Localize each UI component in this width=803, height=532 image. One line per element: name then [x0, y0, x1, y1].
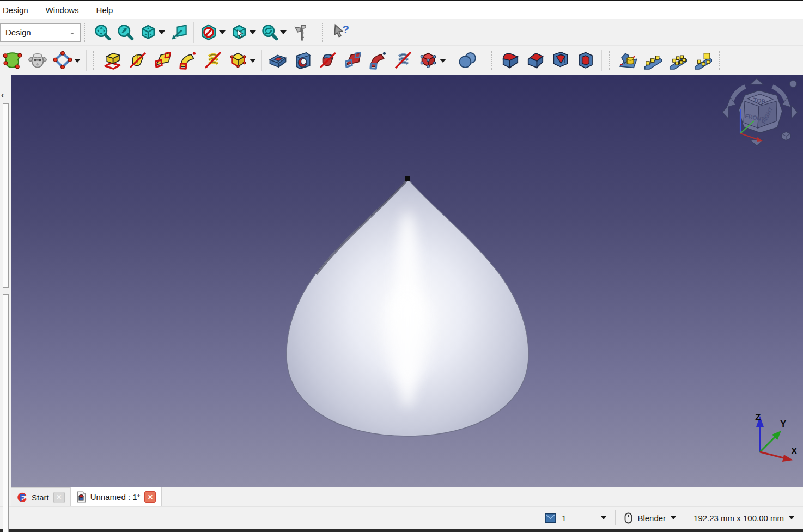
- menu-windows[interactable]: Windows: [37, 2, 88, 19]
- toolbar-separator: [315, 22, 315, 43]
- subtractive-pipe-button[interactable]: [366, 47, 391, 74]
- zoom-sync-dropdown-arrow[interactable]: [280, 30, 287, 34]
- menu-design[interactable]: Design: [0, 2, 37, 19]
- view-toolbar: Design ⌄: [0, 20, 803, 46]
- workbench-selector[interactable]: Design ⌄: [0, 23, 81, 42]
- collapse-panel-icon[interactable]: ‹: [1, 90, 4, 100]
- draft-icon: [550, 50, 571, 71]
- subtractive-pipe-icon: [368, 50, 388, 71]
- additive-pipe-button[interactable]: [175, 47, 200, 74]
- axis-z-label: Z: [755, 412, 761, 423]
- revolution-button[interactable]: [125, 47, 150, 74]
- navigation-style-dropdown-arrow[interactable]: [671, 516, 676, 519]
- multitransform-button[interactable]: [691, 47, 716, 74]
- create-body-button[interactable]: [25, 47, 50, 74]
- navigation-cube[interactable]: TOP FRONT RIGHT: [720, 77, 801, 147]
- layer-selector[interactable]: 1: [536, 510, 615, 525]
- whats-this-icon: ?: [331, 23, 350, 42]
- tree-view-sliver: [3, 103, 9, 288]
- layer-value: 1: [562, 513, 566, 523]
- subtractive-helix-button[interactable]: [391, 47, 416, 74]
- thickness-button[interactable]: [573, 47, 598, 74]
- subtractive-loft-icon: [343, 50, 363, 71]
- subtractive-primitive-button[interactable]: [416, 47, 441, 74]
- subtractive-primitive-dropdown-arrow[interactable]: [440, 59, 446, 63]
- chamfer-button[interactable]: [523, 47, 548, 74]
- zoom-selection-button[interactable]: [114, 21, 137, 45]
- linear-pattern-button[interactable]: [641, 47, 666, 74]
- additive-pipe-icon: [178, 50, 198, 71]
- toolbar-drag-handle[interactable]: [93, 51, 96, 70]
- pad-button[interactable]: [100, 47, 125, 74]
- additive-box-icon: [228, 50, 248, 71]
- groove-icon: [318, 50, 338, 71]
- draw-style-button[interactable]: [197, 21, 220, 45]
- toolbar-separator: [193, 22, 194, 43]
- pad-icon: [102, 50, 123, 71]
- linear-pattern-icon: [643, 50, 664, 71]
- boolean-spheres-icon: [458, 50, 478, 71]
- layer-dropdown-arrow[interactable]: [601, 516, 606, 519]
- pocket-button[interactable]: [265, 47, 290, 74]
- dimension-dropdown-arrow[interactable]: [789, 516, 794, 519]
- toolbar-separator: [601, 50, 602, 71]
- property-view-sliver: [3, 294, 9, 532]
- axonometric-view-button[interactable]: [137, 21, 160, 45]
- axonometric-view-dropdown-arrow[interactable]: [159, 30, 165, 34]
- tab-start-close-button[interactable]: ✕: [53, 492, 65, 503]
- additive-loft-button[interactable]: [150, 47, 175, 74]
- combo-view-collapsed-panel[interactable]: ‹: [0, 75, 11, 487]
- pocket-icon: [267, 50, 288, 71]
- selection-view-dropdown-arrow[interactable]: [250, 30, 256, 34]
- validate-sketch-button[interactable]: [0, 47, 25, 74]
- main-area: ‹: [0, 75, 803, 487]
- navigation-style-selector[interactable]: Blender: [616, 510, 685, 525]
- revolution-icon: [127, 50, 148, 71]
- sketch-tools-dropdown-arrow[interactable]: [74, 59, 81, 63]
- additive-helix-button[interactable]: [200, 47, 226, 74]
- axis-x-label: X: [791, 446, 798, 456]
- zoom-sync-button[interactable]: [258, 21, 281, 45]
- nav-arrow-left: [722, 106, 728, 119]
- measure-caliper-icon: [291, 23, 309, 42]
- freecad-logo-icon: [17, 492, 27, 503]
- boolean-operation-button[interactable]: [455, 47, 480, 74]
- teardrop-solid[interactable]: [11, 75, 803, 487]
- whats-this-button[interactable]: ?: [329, 21, 352, 45]
- groove-button[interactable]: [315, 47, 340, 74]
- zoom-fit-icon: [93, 23, 112, 42]
- create-body-sheep-icon: [27, 50, 48, 71]
- document-icon: [77, 491, 86, 503]
- tab-unnamed-document[interactable]: Unnamed : 1* ✕: [71, 487, 162, 506]
- zoom-fit-button[interactable]: [91, 21, 114, 45]
- draft-button[interactable]: [548, 47, 573, 74]
- toolbar-drag-handle[interactable]: [719, 51, 722, 70]
- additive-primitive-button[interactable]: [226, 47, 251, 74]
- additive-primitive-dropdown-arrow[interactable]: [250, 59, 256, 63]
- toolbar-drag-handle[interactable]: [491, 51, 494, 70]
- fillet-icon: [500, 50, 521, 71]
- nav-arrow-up: [750, 78, 763, 84]
- create-sketch-button[interactable]: [50, 47, 75, 74]
- polar-pattern-button[interactable]: [666, 47, 691, 74]
- 3d-viewport[interactable]: TOP FRONT RIGHT Z Y X: [11, 75, 803, 487]
- menu-help[interactable]: Help: [88, 2, 122, 19]
- mirrored-button[interactable]: [616, 47, 641, 74]
- tab-unnamed-close-button[interactable]: ✕: [144, 491, 156, 503]
- mirrored-icon: [618, 50, 638, 71]
- toolbar-drag-handle[interactable]: [84, 23, 87, 42]
- tab-start[interactable]: Start ✕: [11, 487, 71, 506]
- toolbar-drag-handle[interactable]: [609, 51, 612, 70]
- axonometric-cube-icon: [139, 23, 157, 42]
- measure-button[interactable]: [289, 21, 312, 45]
- dimension-value: 192.23 mm x 100.00 mm: [694, 513, 784, 523]
- toolbar-drag-handle[interactable]: [322, 23, 325, 42]
- subtractive-loft-button[interactable]: [340, 47, 366, 74]
- fillet-button[interactable]: [498, 47, 523, 74]
- draw-style-dropdown-arrow[interactable]: [219, 30, 226, 34]
- dimension-indicator[interactable]: 192.23 mm x 100.00 mm: [685, 510, 803, 525]
- hole-button[interactable]: [290, 47, 315, 74]
- view-plane-button[interactable]: [167, 21, 190, 45]
- axis-indicator: Z Y X: [744, 404, 799, 463]
- selection-view-button[interactable]: [228, 21, 251, 45]
